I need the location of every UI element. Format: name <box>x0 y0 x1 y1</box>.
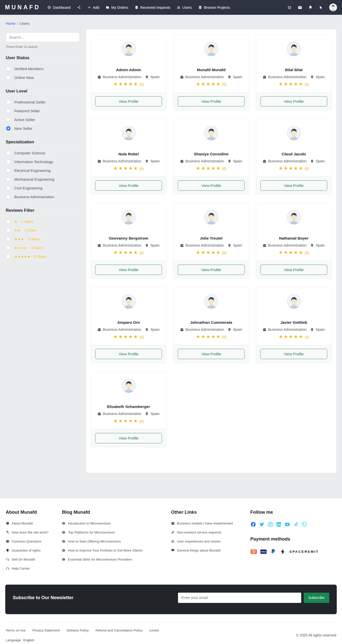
footer-link-help-center[interactable]: Help Center <box>6 567 57 570</box>
radio <box>6 237 11 241</box>
view-profile-button[interactable]: View Profile <box>178 180 245 191</box>
payment-title: Payment methods <box>250 536 331 542</box>
envelope-button[interactable] <box>298 5 302 10</box>
view-profile-button[interactable]: View Profile <box>95 265 162 275</box>
legal-link-levels[interactable]: Levels <box>149 628 159 632</box>
user-country: Spain <box>233 328 242 332</box>
rating-count: (0) <box>305 82 309 86</box>
footer-link-non-existent-service-requests[interactable]: Non-existent service requests <box>171 530 245 534</box>
view-profile-button[interactable]: View Profile <box>95 349 162 359</box>
navbar: MUNAFD DashboardAddMy OrdersReceived req… <box>0 0 342 15</box>
newsletter-email-input[interactable] <box>178 593 301 603</box>
user-name: Johnathan Cummerata <box>178 320 245 325</box>
location-pin-icon <box>145 412 149 416</box>
footer-link-essential-skills-for-microservices-providers[interactable]: Essential Skills for Microservices Provi… <box>62 558 166 561</box>
instagram-link[interactable] <box>267 521 273 527</box>
whatsapp-link[interactable] <box>301 521 307 527</box>
nav-item-my-orders[interactable]: My Orders <box>102 4 131 12</box>
nav-item-received-requests[interactable]: Received requests <box>131 4 174 12</box>
star-icons: ★★★★★ <box>196 250 221 255</box>
briefcase-icon <box>263 328 266 332</box>
legal-link-refund-and-cancellation-policy[interactable]: Refund and Cancellation Policy <box>96 628 143 632</box>
view-profile-button[interactable]: View Profile <box>95 433 162 443</box>
filter-option-new-seller[interactable]: New Seller <box>6 124 80 133</box>
filter-option-active-seller[interactable]: Active Seller <box>6 115 80 124</box>
filter-option-5-stars[interactable]: ★★★★★5 Stars <box>6 252 80 261</box>
nav-item-browse-projects[interactable]: Browse Projects <box>195 4 233 12</box>
location-pin-icon <box>310 75 314 79</box>
view-profile-button[interactable]: View Profile <box>260 265 327 275</box>
footer-link-how-does-the-site-work[interactable]: How does the site work? <box>6 530 57 534</box>
filter-option-civil-engineering[interactable]: Civil Engineering <box>6 184 80 192</box>
legal-link-terms-of-use[interactable]: Terms of Use <box>6 628 26 632</box>
filter-option-computer-science[interactable]: Computer Science <box>6 149 80 157</box>
footer-link-business-models-i-have-implemented[interactable]: Business models I have implemented <box>171 521 245 525</box>
view-profile-button[interactable]: View Profile <box>95 180 162 191</box>
rating-count: (0) <box>305 335 309 339</box>
checkbox <box>6 75 11 80</box>
subscribe-button[interactable]: Subscribe <box>304 593 329 603</box>
language-select[interactable]: English <box>23 638 34 642</box>
brand-logo[interactable]: MUNAFD <box>5 4 41 11</box>
view-profile-button[interactable]: View Profile <box>178 96 245 106</box>
filter-option-professional-seller[interactable]: Professional Seller <box>6 98 80 106</box>
breadcrumb-home-link[interactable]: Home <box>6 22 16 26</box>
newspaper-icon <box>62 521 66 525</box>
filter-option-3-stars[interactable]: ★★★3 Stars <box>6 235 80 243</box>
legal-link-privacy-statement[interactable]: Privacy Statement <box>33 628 60 632</box>
tiktok-link[interactable] <box>293 521 299 527</box>
filter-option-verified-members[interactable]: Verified Members <box>6 64 80 73</box>
filter-option-electrical-engineering[interactable]: Electrical Engineering <box>6 166 80 175</box>
user-avatar <box>121 42 136 56</box>
footer-link-sell-on-munafd[interactable]: Sell On Munafd <box>6 558 57 561</box>
view-profile-button[interactable]: View Profile <box>260 96 327 106</box>
nav-item-share[interactable] <box>74 4 84 11</box>
pointer-button[interactable] <box>319 5 323 10</box>
briefcase-icon <box>180 244 184 247</box>
footer-link-user-experiences-and-stories[interactable]: User experiences and stories <box>171 540 245 543</box>
filter-option-information-technology[interactable]: Information Technology <box>6 157 80 166</box>
user-avatar <box>287 210 301 225</box>
nav-item-add[interactable]: Add <box>84 4 103 12</box>
twitter-link[interactable] <box>259 521 265 527</box>
svg-text:VISA: VISA <box>261 551 266 553</box>
nav-item-users[interactable]: Users <box>174 4 195 12</box>
briefcase-icon <box>263 244 266 247</box>
youtube-link[interactable] <box>284 521 290 527</box>
search-input[interactable] <box>6 32 80 42</box>
cart-button[interactable] <box>287 5 292 10</box>
user-menu-avatar[interactable] <box>329 4 337 11</box>
filter-option-2-stars[interactable]: ★★2 Stars <box>6 226 80 235</box>
briefcase-icon <box>97 244 101 247</box>
navbar-links: DashboardAddMy OrdersReceived requestsUs… <box>44 4 233 12</box>
bell-button[interactable] <box>308 5 313 10</box>
question-circle-icon <box>6 540 10 543</box>
filter-option-1-stars[interactable]: ★1 Stars <box>6 217 80 226</box>
view-profile-button[interactable]: View Profile <box>178 349 245 359</box>
footer-link-introduction-to-microservices[interactable]: Introduction to Microservices <box>62 521 166 525</box>
view-profile-button[interactable]: View Profile <box>260 180 327 191</box>
view-profile-button[interactable]: View Profile <box>260 349 327 359</box>
linkedin-link[interactable] <box>276 521 282 527</box>
navbar-right-icons <box>287 4 337 11</box>
footer-link-about-munafd[interactable]: About Munafd <box>6 521 57 525</box>
filter-option-featured-seller[interactable]: Featured Seller <box>6 106 80 115</box>
legal-link-delivery-policy[interactable]: Delivery Policy <box>67 628 89 632</box>
footer-link-top-platforms-for-microservices[interactable]: Top Platforms for Microservices <box>62 530 166 534</box>
view-profile-button[interactable]: View Profile <box>95 96 162 106</box>
dashboard-icon <box>47 6 51 9</box>
footer-link-how-to-start-offering-microservices[interactable]: How to Start Offering Microservices <box>62 540 166 543</box>
location-pin-icon <box>228 328 231 332</box>
footer-link-guarantee-of-rights[interactable]: Guarantee of rights <box>6 549 57 552</box>
filter-option-mechanical-engineering[interactable]: Mechanical Engineering <box>6 175 80 184</box>
filter-option-business-administration[interactable]: Business Administration <box>6 192 80 201</box>
filter-option-online-now[interactable]: Online Now <box>6 73 80 82</box>
facebook-link[interactable] <box>250 521 256 527</box>
nav-item-dashboard[interactable]: Dashboard <box>44 4 74 12</box>
view-profile-button[interactable]: View Profile <box>178 265 245 275</box>
filter-option-4-stars[interactable]: ★★★★4 Stars <box>6 243 80 252</box>
footer-link-common-questions[interactable]: Common Questions <box>6 540 57 543</box>
footer-link-how-to-improve-your-portfolio-to-get-more-clients[interactable]: How to Improve Your Portfolio to Get Mor… <box>62 549 166 552</box>
footer-link-general-things-about-munafd[interactable]: General things about Munafd <box>171 549 245 552</box>
language-label: Language: <box>6 638 22 642</box>
